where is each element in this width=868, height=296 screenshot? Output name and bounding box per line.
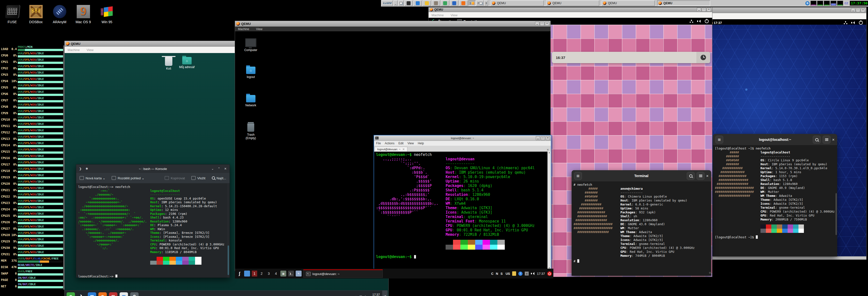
tab-close-icon[interactable]: ✕: [402, 148, 405, 151]
files-launcher[interactable]: ▦: [280, 271, 286, 276]
close-button[interactable]: ✕: [861, 8, 865, 12]
qterminal-tabbar[interactable]: logout@devuan: ~✕ ✕: [374, 146, 551, 152]
circle-terminal-headerbar[interactable]: ⊞ logout@localhost:~ ✕: [713, 134, 837, 146]
kde-clock[interactable]: 17:3706.11.22: [368, 293, 384, 296]
keyboard-layout-indicator[interactable]: CZ: [844, 2, 849, 5]
menu-actions[interactable]: Actions: [385, 142, 394, 145]
konsole-scrollbar[interactable]: [227, 183, 229, 277]
menu-file[interactable]: File: [376, 142, 381, 145]
chimera-terminal-headerbar[interactable]: ⊞ Terminal ✕: [571, 170, 711, 182]
thunderbird-launcher[interactable]: [450, 0, 458, 6]
menu-machine[interactable]: Machine: [432, 13, 444, 17]
gimp-launcher[interactable]: [432, 0, 440, 6]
desktop-icon-trash[interactable]: Trash(Empty): [242, 123, 260, 140]
new-tab-button[interactable]: ⊞: [715, 136, 723, 144]
tray-network-icon[interactable]: ◈: [364, 295, 366, 296]
minimize-button[interactable]: ▁: [851, 8, 855, 12]
menu-button[interactable]: [696, 172, 705, 180]
power-icon[interactable]: [705, 19, 709, 23]
qemu-window-devuan[interactable]: QEMU ▁ □ ✕ Machine View Computer⌂logoutN…: [235, 21, 550, 271]
desktop-icon-aranym[interactable]: ARAnyM: [49, 5, 70, 24]
terminal-tab[interactable]: logout@devuan: ~✕: [375, 147, 407, 151]
dolphin-launcher[interactable]: ▤: [88, 292, 96, 296]
keyboard-layout-indicator[interactable]: US: [505, 272, 510, 275]
circle-terminal-window[interactable]: ⊞ logout@localhost:~ ✕ [logout@localhost…: [713, 134, 837, 257]
tray-monitor-applet[interactable]: [824, 1, 830, 6]
lxqt-workspace-4[interactable]: 4: [273, 271, 279, 276]
close-icon[interactable]: ✕: [706, 174, 709, 178]
chimera-terminal-window[interactable]: ⊞ Terminal ✕ # neofetch ##### ####### ##…: [571, 170, 711, 276]
scrollbar-thumb[interactable]: [709, 272, 711, 274]
settings-launcher[interactable]: ⚙: [130, 292, 138, 296]
qterminal-menubar[interactable]: FileActionsEditViewHelp: [374, 141, 551, 146]
firefox-launcher[interactable]: ◍: [98, 292, 107, 296]
devuan-titlebar[interactable]: QEMU ▁ □ ✕: [235, 21, 550, 27]
search-button[interactable]: [813, 136, 820, 144]
maximize-button[interactable]: □: [702, 8, 706, 11]
desktop-icon-logout[interactable]: ⌂logout: [242, 67, 260, 79]
qterminal-window[interactable]: >_ logout@devuan: ~ ▁ □ ✕ FileActionsEdi…: [374, 135, 551, 270]
workspace-button-1[interactable]: 1: [468, 0, 476, 6]
lxqt-menu-icon[interactable]: ʃ: [237, 271, 242, 276]
close-icon[interactable]: ✕: [223, 167, 227, 171]
paste-button[interactable]: Vložit: [191, 176, 206, 180]
editor-launcher[interactable]: ✎: [296, 271, 302, 276]
desktop-icon-dosbox[interactable]: DOSBox: [25, 5, 46, 24]
tray-monitor-applet[interactable]: [831, 1, 836, 6]
desktop-icon-trash[interactable]: Koš: [161, 57, 177, 70]
konsole-window[interactable]: ❯ ✱ ~ : bash — Konsole ⌄ ⌃ ✕ Nová karta …: [76, 164, 230, 278]
chimera-titlebar[interactable]: QEMU ▁ □ ✕: [429, 7, 712, 12]
qterminal-titlebar[interactable]: >_ logout@devuan: ~ ▁ □ ✕: [374, 136, 551, 141]
minimize-icon[interactable]: ⌄: [210, 167, 215, 171]
scrollbar-thumb[interactable]: [227, 245, 229, 275]
firefox-launcher[interactable]: [459, 0, 468, 6]
menu-machine[interactable]: Machine: [68, 48, 80, 52]
keyboard-state-indicator[interactable]: C N S: [491, 272, 503, 275]
search-button[interactable]: [687, 172, 695, 180]
vscodium-launcher[interactable]: [441, 0, 449, 6]
maximize-icon[interactable]: ⌃: [217, 167, 221, 171]
konsole-launcher[interactable]: ❯: [77, 292, 86, 296]
window-list-button[interactable]: [398, 0, 404, 6]
new-tab-button[interactable]: ⊞: [574, 172, 582, 180]
notes-tray-icon[interactable]: [512, 271, 516, 276]
menu-help[interactable]: Help: [418, 142, 424, 145]
menu-machine[interactable]: Machine: [238, 27, 249, 31]
lxqt-workspace-2[interactable]: 2: [259, 271, 265, 276]
desktop-icon-macos9[interactable]: Mac OS 9: [72, 5, 94, 24]
minimize-button[interactable]: ▁: [535, 22, 539, 26]
power-button[interactable]: [547, 271, 552, 276]
tabbar-close-icon[interactable]: ✕: [547, 148, 550, 151]
taskbar-task-qemu-3[interactable]: QEMU: [602, 0, 655, 6]
tray-arrow-icon[interactable]: ▲: [354, 295, 358, 296]
close-button[interactable]: ✕: [707, 8, 711, 11]
workspace-button-3[interactable]: 3: [484, 0, 488, 6]
application-launcher-launcher[interactable]: ◉: [67, 292, 75, 296]
desktop-icon-home-folder[interactable]: ⌂ Můj adresář: [178, 57, 196, 69]
show-desktop-icon[interactable]: [244, 271, 250, 276]
desktop-icon-computer[interactable]: Computer: [242, 38, 260, 52]
scrollbar-thumb[interactable]: [835, 193, 837, 235]
lxqt-task-qterminal[interactable]: >_logout@devuan: ~: [303, 269, 383, 278]
volume-icon[interactable]: [851, 21, 855, 24]
minimize-button[interactable]: ▁: [697, 8, 701, 11]
qterminal-scrollbar[interactable]: ▲▼: [548, 151, 551, 269]
taskbar-task-qemu-4[interactable]: QEMU: [657, 0, 710, 6]
show-desktop-button[interactable]: _: [394, 0, 398, 6]
minimize-button[interactable]: ▁: [536, 136, 540, 140]
kde-taskbar[interactable]: ◉❯▤◍✉▣⚙▲▣◈17:3706.11.22: [65, 290, 386, 296]
menu-edit[interactable]: Edit: [399, 142, 404, 145]
tray-clipboard-icon[interactable]: ▣: [360, 295, 362, 296]
menu-view[interactable]: View: [407, 142, 414, 145]
desktop-icon-fuse[interactable]: FUSE: [1, 5, 23, 24]
copy-button[interactable]: Kopírovat: [165, 176, 185, 180]
icewm-start-button[interactable]: IceWM: [382, 0, 393, 6]
split-view-button[interactable]: Rozdělit pohled ⌄: [112, 176, 144, 180]
devuan-qemu-menubar[interactable]: Machine View: [235, 27, 550, 32]
menu-view[interactable]: View: [451, 13, 458, 17]
pin-icon[interactable]: ✱: [85, 167, 89, 171]
lxqt-workspace-1[interactable]: 1: [252, 271, 257, 276]
konsole-toolbar[interactable]: Nová karta ⌄ Rozdělit pohled ⌄ Kopírovat…: [76, 173, 229, 183]
maximize-button[interactable]: □: [540, 22, 544, 26]
icewm-taskbar[interactable]: IceWM _ 123 QEMUQEMUQEMUQEMU B CZ 17:37:…: [381, 0, 868, 7]
